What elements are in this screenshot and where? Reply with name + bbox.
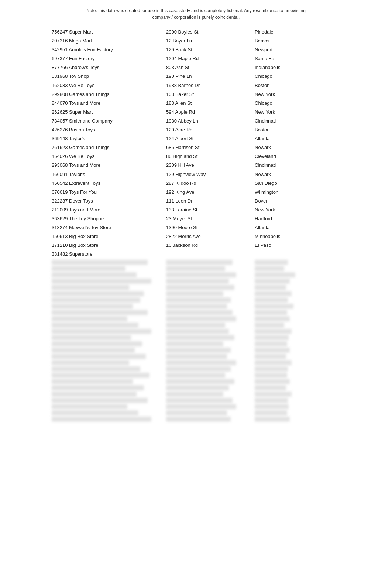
store-city: Cincinnati [255, 117, 314, 125]
table-row: 299808 Games and Things 103 Baker St New… [52, 90, 377, 99]
store-city: Santa Fe [255, 55, 314, 63]
store-name: 460542 Extravent Toys [52, 179, 166, 187]
blurred-table-row [52, 323, 377, 328]
blurred-table-row [52, 304, 377, 309]
store-name: 207316 Mega Mart [52, 37, 166, 45]
blurred-table-row [52, 341, 377, 346]
table-row: 460542 Extravent Toys 287 Kildoo Rd San … [52, 179, 377, 187]
store-city: Minneapolis [255, 232, 314, 241]
store-city: Beaver [255, 37, 314, 45]
store-name: 844070 Toys and More [52, 99, 166, 107]
blurred-table-row [52, 366, 377, 372]
store-name: 697377 Fun Factory [52, 55, 166, 63]
table-row: 171210 Big Box Store 10 Jackson Rd El Pa… [52, 241, 377, 249]
table-row: 293068 Toys and More 2309 Hill Ave Cinci… [52, 161, 377, 169]
blurred-table-row [52, 291, 377, 296]
table-row: 464026 We Be Toys 86 Highland St Clevela… [52, 152, 377, 161]
store-city: Pinedale [255, 28, 314, 36]
store-name: 166091 Taylor's [52, 170, 166, 179]
store-address: 1930 Abbey Ln [166, 117, 255, 125]
store-address: 594 Apple Rd [166, 108, 255, 116]
store-city [255, 250, 314, 258]
store-name: 756247 Super Mart [52, 28, 166, 36]
table-row: 369148 Taylor's 124 Albert St Atlanta [52, 135, 377, 143]
store-address: 10 Jackson Rd [166, 241, 255, 249]
blurred-table-row [52, 373, 377, 378]
store-address: 129 Boak St [166, 46, 255, 54]
table-row: 342951 Arnold's Fun Factory 129 Boak St … [52, 46, 377, 54]
store-name: 381482 Superstore [52, 250, 166, 258]
store-name: 150613 Big Box Store [52, 232, 166, 241]
store-city: El Paso [255, 241, 314, 249]
store-address: 2309 Hill Ave [166, 161, 255, 169]
table-row: 212009 Toys and More 133 Loraine St New … [52, 206, 377, 214]
blurred-table-row [52, 279, 377, 284]
store-name: 877766 Andrew's Toys [52, 63, 166, 72]
store-address: 1390 Moore St [166, 224, 255, 232]
store-address: 120 Acre Rd [166, 126, 255, 134]
store-city: Boston [255, 126, 314, 134]
store-address: 183 Allen St [166, 99, 255, 107]
store-name: 322237 Dover Toys [52, 197, 166, 205]
store-name: 761623 Games and Things [52, 144, 166, 152]
store-city: New York [255, 90, 314, 99]
blurred-table-row [52, 266, 377, 271]
blurred-table-row [52, 316, 377, 321]
table-row: 162033 We Be Toys 1988 Barnes Dr Boston [52, 82, 377, 90]
table-row: 381482 Superstore [52, 250, 377, 258]
store-city: San Diego [255, 179, 314, 187]
store-city: Cincinnati [255, 161, 314, 169]
blurred-table-row [52, 385, 377, 390]
table-row: 531968 Toy Shop 190 Pine Ln Chicago [52, 72, 377, 80]
store-name: 171210 Big Box Store [52, 241, 166, 249]
store-city: Chicago [255, 99, 314, 107]
store-address: 685 Harrison St [166, 144, 255, 152]
blurred-table-row [52, 310, 377, 315]
table-row: 761623 Games and Things 685 Harrison St … [52, 144, 377, 152]
notice-text: Note: this data was created for use in t… [15, 7, 377, 21]
store-address: 129 Highview Way [166, 170, 255, 179]
table-row: 207316 Mega Mart 12 Boyer Ln Beaver [52, 37, 377, 45]
store-address: 1204 Maple Rd [166, 55, 255, 63]
store-address: 2822 Morris Ave [166, 232, 255, 241]
data-table: 756247 Super Mart 2900 Boyles St Pinedal… [15, 28, 377, 423]
store-name: 162033 We Be Toys [52, 82, 166, 90]
blurred-table-row [52, 297, 377, 303]
store-address [166, 250, 255, 258]
store-address: 1988 Barnes Dr [166, 82, 255, 90]
table-row: 756247 Super Mart 2900 Boyles St Pinedal… [52, 28, 377, 36]
store-name: 293068 Toys and More [52, 161, 166, 169]
store-address: 103 Baker St [166, 90, 255, 99]
table-row: 844070 Toys and More 183 Allen St Chicag… [52, 99, 377, 107]
store-city: Newark [255, 170, 314, 179]
table-row: 322237 Dover Toys 111 Leon Dr Dover [52, 197, 377, 205]
store-city: Dover [255, 197, 314, 205]
store-city: Atlanta [255, 135, 314, 143]
store-name: 363629 The Toy Shoppe [52, 215, 166, 223]
table-row: 166091 Taylor's 129 Highview Way Newark [52, 170, 377, 179]
blurred-table-row [52, 360, 377, 365]
store-city: Hartford [255, 215, 314, 223]
table-row: 313274 Maxwell's Toy Store 1390 Moore St… [52, 224, 377, 232]
store-city: Chicago [255, 72, 314, 80]
store-name: 464026 We Be Toys [52, 152, 166, 161]
store-address: 133 Loraine St [166, 206, 255, 214]
store-address: 86 Highland St [166, 152, 255, 161]
store-city: Boston [255, 82, 314, 90]
store-city: New York [255, 206, 314, 214]
store-city: Atlanta [255, 224, 314, 232]
store-city: Wilmington [255, 188, 314, 196]
blurred-table-row [52, 354, 377, 359]
store-address: 803 Ash St [166, 63, 255, 72]
table-row: 670619 Toys For You 192 King Ave Wilming… [52, 188, 377, 196]
table-row: 697377 Fun Factory 1204 Maple Rd Santa F… [52, 55, 377, 63]
store-city: Newport [255, 46, 314, 54]
store-name: 369148 Taylor's [52, 135, 166, 143]
blurred-table-row [52, 392, 377, 397]
blurred-table-row [52, 329, 377, 334]
store-city: Newark [255, 144, 314, 152]
store-name: 426276 Boston Toys [52, 126, 166, 134]
blurred-table-row [52, 379, 377, 384]
blurred-table-row [52, 348, 377, 353]
table-row: 734057 Smith and Company 1930 Abbey Ln C… [52, 117, 377, 125]
